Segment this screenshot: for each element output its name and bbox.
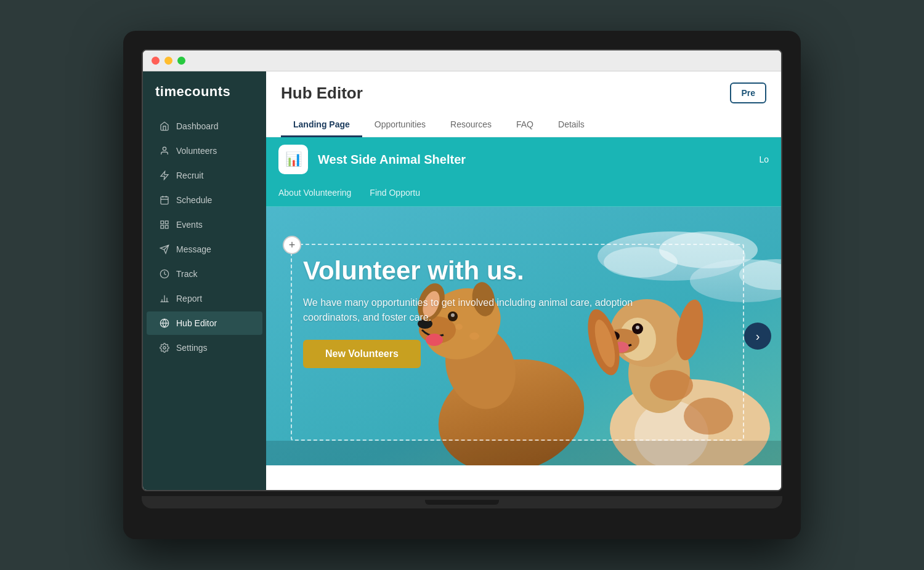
sidebar-item-label: Track — [176, 269, 197, 279]
maximize-button[interactable] — [177, 57, 185, 65]
sidebar-item-label: Volunteers — [176, 146, 217, 156]
grid-icon — [159, 219, 170, 230]
tab-opportunities[interactable]: Opportunities — [362, 113, 438, 137]
sidebar-item-label: Hub Editor — [176, 318, 217, 328]
person-icon — [159, 145, 170, 156]
sidebar-nav: Dashboard Volunteers — [143, 114, 266, 359]
sidebar-item-report[interactable]: Report — [147, 287, 262, 310]
gear-icon — [159, 342, 170, 353]
app-logo: timecounts — [143, 84, 266, 114]
sidebar-item-message[interactable]: Message — [147, 238, 262, 261]
hero-content: Volunteer with us. We have many opportun… — [303, 256, 660, 368]
tab-details[interactable]: Details — [546, 113, 597, 137]
hub-hero: + Volunteer with us. We have many opport… — [266, 207, 781, 465]
preview-button[interactable]: Pre — [730, 82, 766, 103]
main-content: Hub Editor Pre Landing Page Opportunitie… — [266, 71, 781, 490]
hub-logo-icon: 📊 — [285, 151, 302, 167]
close-button[interactable] — [152, 57, 160, 65]
sidebar-item-label: Events — [176, 220, 203, 230]
hub-secondary-nav: About Volunteering Find Opportu — [266, 182, 781, 207]
svg-marker-1 — [161, 171, 168, 179]
chart-icon — [159, 293, 170, 304]
paper-plane-icon — [159, 244, 170, 255]
sidebar-item-recruit[interactable]: Recruit — [147, 164, 262, 187]
sidebar-item-label: Settings — [176, 343, 208, 353]
hub-logo-box: 📊 — [278, 145, 308, 174]
sidebar-item-events[interactable]: Events — [147, 213, 262, 236]
svg-rect-6 — [161, 221, 164, 224]
tab-faq[interactable]: FAQ — [504, 113, 546, 137]
add-content-button[interactable]: + — [283, 236, 301, 254]
sidebar-item-label: Schedule — [176, 195, 212, 205]
page-title: Hub Editor — [281, 84, 363, 103]
laptop-base — [142, 496, 782, 508]
hero-cta-button[interactable]: New Volunteers — [303, 340, 421, 368]
tab-resources[interactable]: Resources — [438, 113, 504, 137]
sidebar-item-label: Dashboard — [176, 121, 219, 131]
laptop-screen: timecounts Dashboard — [142, 49, 782, 491]
title-bar — [143, 50, 781, 71]
svg-rect-9 — [165, 225, 168, 228]
minimize-button[interactable] — [164, 57, 172, 65]
lightning-icon — [159, 170, 170, 181]
sidebar: timecounts Dashboard — [143, 71, 266, 490]
svg-rect-7 — [165, 221, 168, 224]
svg-rect-54 — [266, 441, 781, 465]
hub-org-name: West Side Animal Shelter — [318, 153, 749, 167]
sidebar-item-schedule[interactable]: Schedule — [147, 188, 262, 212]
sidebar-item-settings[interactable]: Settings — [147, 336, 262, 359]
hub-login-button[interactable]: Lo — [759, 155, 769, 164]
hub-preview: 📊 West Side Animal Shelter Lo About Volu… — [266, 137, 781, 490]
sidebar-item-track[interactable]: Track — [147, 262, 262, 286]
sidebar-item-label: Recruit — [176, 171, 203, 180]
hub-nav-link-volunteering[interactable]: About Volunteering — [278, 188, 351, 198]
laptop-notch — [425, 500, 499, 505]
globe-icon — [159, 318, 170, 329]
carousel-next-button[interactable]: › — [744, 323, 771, 350]
sidebar-item-label: Report — [176, 294, 202, 303]
clock-icon — [159, 268, 170, 279]
svg-rect-2 — [161, 197, 168, 204]
svg-point-0 — [163, 147, 166, 150]
svg-point-19 — [163, 347, 166, 349]
sidebar-item-hub-editor[interactable]: Hub Editor — [147, 311, 262, 335]
tabs: Landing Page Opportunities Resources FAQ… — [281, 113, 766, 137]
sidebar-item-volunteers[interactable]: Volunteers — [147, 139, 262, 163]
app-container: timecounts Dashboard — [143, 71, 781, 490]
hero-subtext: We have many opportunities to get involv… — [303, 295, 660, 325]
main-header: Hub Editor Pre Landing Page Opportunitie… — [266, 71, 781, 137]
calendar-icon — [159, 195, 170, 206]
hub-nav-link-opportunities[interactable]: Find Opportu — [370, 188, 420, 198]
sidebar-item-dashboard[interactable]: Dashboard — [147, 114, 262, 138]
tab-landing-page[interactable]: Landing Page — [281, 113, 362, 137]
hero-heading: Volunteer with us. — [303, 256, 660, 286]
header-top: Hub Editor Pre — [281, 82, 766, 103]
house-icon — [159, 121, 170, 132]
laptop-shell: timecounts Dashboard — [123, 31, 801, 539]
svg-rect-8 — [161, 225, 164, 228]
hub-top-nav: 📊 West Side Animal Shelter Lo — [266, 137, 781, 182]
sidebar-item-label: Message — [176, 244, 211, 254]
